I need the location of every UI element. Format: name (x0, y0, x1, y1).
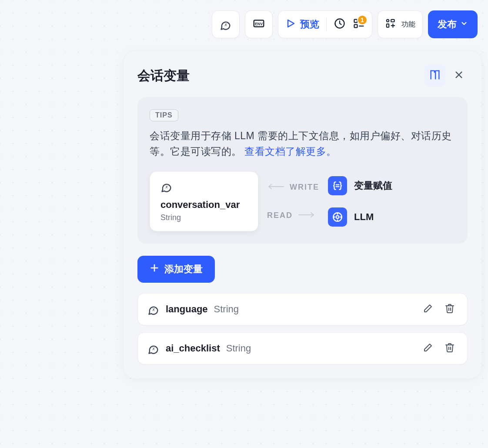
play-icon (285, 18, 296, 30)
add-variable-button[interactable]: 添加变量 (137, 256, 215, 283)
diagram-var-name: conversation_var (160, 199, 247, 211)
env-icon: ENV (252, 17, 265, 32)
delete-button[interactable] (442, 341, 458, 356)
conversation-var-icon: x (147, 303, 160, 315)
trash-icon (445, 303, 455, 315)
svg-text:x: x (152, 307, 155, 312)
arrow-right-icon (298, 211, 315, 220)
variable-list: x language String x ai_checklist String (137, 293, 468, 364)
diagram-variable-chip: x conversation_var String (150, 171, 258, 231)
svg-marker-3 (288, 20, 294, 27)
read-arrow-row: READ (267, 211, 319, 220)
diagram-var-type: String (160, 213, 247, 222)
diagram-arrows: WRITE READ (267, 183, 319, 220)
svg-rect-11 (387, 24, 389, 27)
diagram-targets: 变量赋值 LLM (328, 176, 392, 227)
svg-point-20 (336, 216, 339, 219)
assign-icon (328, 176, 347, 195)
panel-actions (424, 65, 468, 87)
preview-button[interactable]: 预览 (285, 18, 319, 31)
tips-text: 会话变量用于存储 LLM 需要的上下文信息，如用户偏好、对话历史等。它是可读写的… (150, 128, 455, 159)
write-target-label: 变量赋值 (354, 179, 392, 192)
top-toolbar: x ENV 预览 1 功能 (212, 10, 478, 38)
trash-icon (445, 342, 455, 354)
conversation-var-icon: x (147, 342, 160, 354)
docs-button[interactable] (424, 65, 446, 87)
publish-label: 发布 (438, 18, 457, 31)
read-label: READ (267, 211, 293, 220)
variable-row[interactable]: x ai_checklist String (137, 332, 468, 364)
variable-name: language (166, 304, 208, 315)
tips-badge: TIPS (150, 109, 178, 121)
separator (326, 17, 327, 31)
pencil-icon (423, 303, 433, 315)
svg-text:x: x (165, 184, 168, 189)
read-target-label: LLM (354, 211, 374, 223)
chevron-down-icon (460, 19, 468, 30)
svg-rect-6 (354, 24, 358, 27)
write-arrow-row: WRITE (267, 183, 319, 192)
publish-button[interactable]: 发布 (428, 10, 478, 38)
svg-text:x: x (152, 346, 155, 351)
features-button[interactable]: 功能 (378, 10, 423, 38)
history-button[interactable] (334, 17, 346, 31)
plus-icon (150, 263, 159, 275)
edit-button[interactable] (420, 341, 436, 356)
conversation-var-icon: x (160, 181, 173, 193)
features-label: 功能 (401, 20, 415, 29)
variable-name: ai_checklist (166, 343, 220, 354)
panel-title: 会话变量 (137, 67, 190, 85)
panel-header: 会话变量 (137, 65, 468, 87)
svg-text:ENV: ENV (255, 22, 263, 26)
tips-card: TIPS 会话变量用于存储 LLM 需要的上下文信息，如用户偏好、对话历史等。它… (137, 97, 468, 244)
variable-row[interactable]: x language String (137, 293, 468, 325)
features-icon (385, 18, 396, 31)
svg-point-9 (387, 20, 389, 22)
conversation-var-icon: x (220, 18, 232, 30)
preview-label: 预览 (300, 18, 319, 31)
add-variable-label: 添加变量 (164, 263, 203, 276)
variable-type: String (214, 304, 239, 315)
variable-type: String (226, 343, 251, 354)
history-icon (334, 17, 346, 31)
write-label: WRITE (290, 183, 319, 192)
book-icon (429, 69, 441, 83)
tips-diagram: x conversation_var String WRITE READ (150, 171, 455, 231)
env-button[interactable]: ENV (245, 10, 273, 38)
llm-icon (328, 207, 347, 227)
conversation-variables-panel: 会话变量 TIPS 会话变量用于存储 LLM 需要的上下文信息，如用户偏好、对话… (123, 50, 482, 379)
arrow-left-icon (267, 183, 284, 192)
delete-button[interactable] (442, 301, 458, 317)
tips-doc-link[interactable]: 查看文档了解更多。 (244, 146, 337, 157)
edit-button[interactable] (420, 301, 436, 317)
run-group: 预览 1 (278, 10, 372, 38)
pencil-icon (423, 342, 433, 354)
close-button[interactable] (450, 67, 468, 84)
conversation-var-button[interactable]: x (212, 10, 240, 38)
close-icon (454, 70, 464, 81)
checklist-badge: 1 (357, 15, 368, 25)
write-target-row: 变量赋值 (328, 176, 392, 195)
checklist-button[interactable]: 1 (353, 17, 365, 31)
svg-rect-10 (391, 20, 394, 22)
svg-text:x: x (224, 22, 227, 27)
read-target-row: LLM (328, 207, 392, 227)
